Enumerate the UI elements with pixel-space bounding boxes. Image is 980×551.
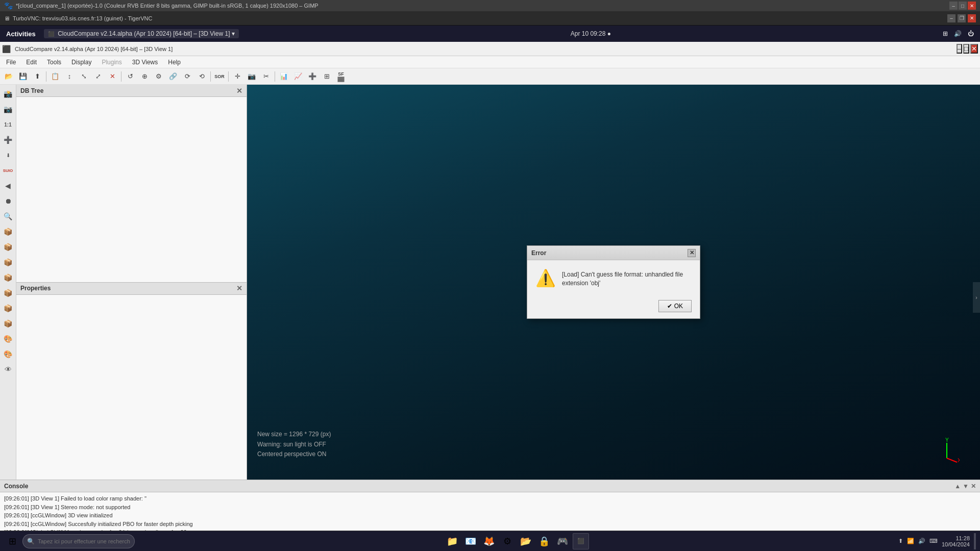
db-tree-close-button[interactable]: ✕	[236, 87, 242, 95]
taskbar-files-icon[interactable]: 📁	[444, 533, 460, 549]
console-scroll-up[interactable]: ▲	[954, 483, 961, 490]
tb-scale-button[interactable]: ⤢	[91, 70, 105, 83]
menu-3dviews[interactable]: 3D Views	[128, 58, 162, 67]
sidebar-palette2-icon[interactable]: 🎨	[1, 347, 15, 361]
tigervnc-restore-button[interactable]: ❐	[958, 14, 966, 22]
tb-undo-button[interactable]: ⟲	[195, 70, 208, 83]
3d-view[interactable]: New size = 1296 * 729 (px) Warning: sun …	[247, 85, 980, 480]
menu-plugins[interactable]: Plugins	[97, 58, 126, 67]
taskbar-right: ⬆ 📶 🔊 ⌨ 11:28 10/04/2024	[898, 533, 976, 549]
taskbar-search-bar[interactable]: 🔍	[22, 534, 135, 548]
tb-histogram-button[interactable]: 📊	[277, 70, 290, 83]
console-line-2: [09:26:01] [3D View 1] Stereo mode: not …	[4, 503, 976, 512]
tigervnc-close-button[interactable]: ✕	[968, 14, 976, 22]
gimp-close-button[interactable]: ✕	[968, 2, 976, 10]
tb-sor-button[interactable]: SOR	[213, 70, 226, 83]
sidebar-add-icon[interactable]: ➕	[1, 133, 15, 147]
menu-file[interactable]: File	[2, 58, 20, 67]
tb-delete-button[interactable]: ✕	[106, 70, 119, 83]
taskbar-search-input[interactable]	[38, 538, 130, 544]
console-content: [09:26:01] [3D View 1] Failed to load co…	[0, 492, 980, 531]
sidebar-translate-icon[interactable]: ⬇	[1, 148, 15, 162]
tb-settings-button[interactable]: ⚙	[152, 70, 165, 83]
taskbar-cc-app[interactable]: ⬛	[573, 533, 589, 549]
menu-edit[interactable]: Edit	[22, 58, 41, 67]
db-tree-content	[16, 97, 247, 282]
error-dialog-close-button[interactable]: ✕	[688, 249, 696, 257]
tb-profile-button[interactable]: 📈	[291, 70, 305, 83]
tb-crosshair-button[interactable]: ✛	[231, 70, 244, 83]
menu-help[interactable]: Help	[164, 58, 185, 67]
taskbar-folder-icon[interactable]: 📂	[518, 533, 534, 549]
cc-maximize-button[interactable]: □	[963, 44, 969, 54]
error-dialog-ok-button[interactable]: ✔ OK	[658, 300, 692, 312]
tb-move-button[interactable]: ↕	[63, 70, 76, 83]
sidebar-zoom-icon[interactable]: 🔍	[1, 209, 15, 223]
sidebar-camera-icon[interactable]: 📷	[1, 102, 15, 116]
sidebar-box2-icon[interactable]: 📦	[1, 240, 15, 254]
menu-tools[interactable]: Tools	[43, 58, 65, 67]
sidebar-suio-icon[interactable]: SUIO	[1, 163, 15, 178]
error-dialog: Error ✕ ⚠️ [Load] Can't guess file forma…	[527, 245, 700, 319]
tb-sf-button[interactable]: SF▓▓	[334, 70, 348, 83]
taskbar-firefox-icon[interactable]: 🦊	[481, 533, 497, 549]
gnome-datetime[interactable]: Apr 10 09:28 ●	[571, 30, 611, 37]
activities-button[interactable]: Activities	[6, 30, 36, 38]
gnome-app-tab[interactable]: ⬛ CloudCompare v2.14.alpha (Apr 10 2024)…	[44, 29, 239, 38]
tb-save-button[interactable]: 💾	[16, 70, 30, 83]
tigervnc-minimize-button[interactable]: –	[947, 14, 955, 22]
gnome-top-bar: Activities ⬛ CloudCompare v2.14.alpha (A…	[0, 26, 980, 42]
sidebar-ratio-icon[interactable]: 1:1	[1, 117, 15, 132]
gimp-title-bar: 🐾 *[cloud_compare_1] (exportée)-1.0 (Cou…	[0, 0, 980, 11]
sidebar-dot-icon[interactable]: ⏺	[1, 194, 15, 208]
tb-open-button[interactable]: 📂	[2, 70, 15, 83]
console-scroll-down[interactable]: ▼	[963, 483, 969, 490]
sidebar-back-icon[interactable]: ◀	[1, 179, 15, 193]
sidebar-box3-icon[interactable]: 📦	[1, 255, 15, 269]
start-button[interactable]: ⊞	[4, 533, 20, 549]
tb-separator-3	[210, 71, 211, 82]
cc-window-title: CloudCompare v2.14.alpha (Apr 10 2024) […	[15, 46, 173, 52]
tb-upload-button[interactable]: ⬆	[31, 70, 44, 83]
tb-sample-button[interactable]: ↺	[124, 70, 137, 83]
taskbar-show-desktop[interactable]	[974, 533, 976, 549]
tb-add-button[interactable]: ➕	[306, 70, 319, 83]
properties-close-button[interactable]: ✕	[236, 284, 242, 292]
taskbar-game-icon[interactable]: 🎮	[554, 533, 571, 549]
cc-minimize-button[interactable]: –	[957, 44, 962, 54]
tb-clone-button[interactable]: 📋	[48, 70, 62, 83]
tb-separator-5	[275, 71, 275, 82]
sidebar-eye-icon[interactable]: 👁	[1, 362, 15, 377]
console-header: Console ▲ ▼ ✕	[0, 480, 980, 492]
taskbar-settings-icon[interactable]: ⚙	[499, 533, 516, 549]
tb-grid-button[interactable]: ⊞	[320, 70, 333, 83]
tb-camera-button[interactable]: 📷	[245, 70, 258, 83]
taskbar-cc-app-icon: ⬛	[577, 538, 584, 544]
sidebar-box7-icon[interactable]: 📦	[1, 316, 15, 331]
sidebar-screenshot-icon[interactable]: 📸	[1, 87, 15, 101]
sidebar-palette1-icon[interactable]: 🎨	[1, 332, 15, 346]
gimp-minimize-button[interactable]: –	[949, 2, 958, 10]
menu-display[interactable]: Display	[67, 58, 95, 67]
tb-scissors-button[interactable]: ✂	[259, 70, 273, 83]
volume-icon: 🔊	[954, 30, 962, 37]
sidebar-box5-icon[interactable]: 📦	[1, 286, 15, 300]
cc-window-controls: – □ ✕	[957, 44, 978, 54]
sidebar-box1-icon[interactable]: 📦	[1, 224, 15, 239]
cc-close-button[interactable]: ✕	[970, 44, 978, 54]
tb-cloud-button[interactable]: ⊕	[138, 70, 151, 83]
taskbar-security-icon[interactable]: 🔒	[536, 533, 552, 549]
taskbar-email-icon[interactable]: 📧	[462, 533, 479, 549]
tb-rotate-button[interactable]: ⤡	[77, 70, 90, 83]
taskbar-center: 📁 📧 🦊 ⚙ 📂 🔒 🎮 ⬛	[444, 533, 589, 549]
console-close[interactable]: ✕	[971, 483, 976, 490]
console-title: Console	[4, 483, 28, 490]
gimp-maximize-button[interactable]: □	[959, 2, 967, 10]
sidebar-box6-icon[interactable]: 📦	[1, 301, 15, 315]
sidebar-box4-icon[interactable]: 📦	[1, 270, 15, 285]
cc-app-icon: ⬛	[2, 45, 11, 53]
main-content-area: 📸 📷 1:1 ➕ ⬇ SUIO ◀ ⏺ 🔍 📦 📦 📦 📦 📦 📦 📦 🎨 🎨…	[0, 85, 980, 531]
taskbar-clock[interactable]: 11:28 10/04/2024	[942, 535, 970, 547]
tb-connect-button[interactable]: 🔗	[166, 70, 180, 83]
tb-refresh-button[interactable]: ⟳	[181, 70, 194, 83]
